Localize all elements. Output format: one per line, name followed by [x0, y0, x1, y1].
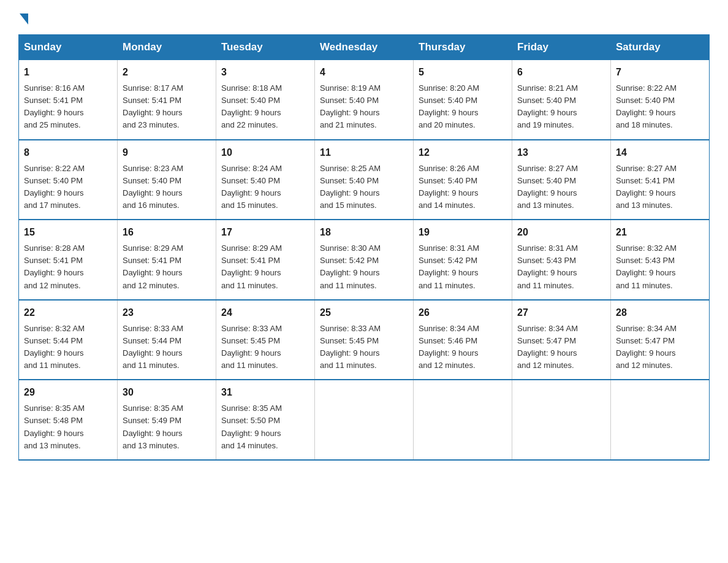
day-info: Sunrise: 8:19 AM Sunset: 5:40 PM Dayligh…: [320, 82, 408, 132]
day-info: Sunrise: 8:18 AM Sunset: 5:40 PM Dayligh…: [221, 82, 309, 132]
day-info: Sunrise: 8:33 AM Sunset: 5:45 PM Dayligh…: [221, 323, 309, 372]
day-cell: 4 Sunrise: 8:19 AM Sunset: 5:40 PM Dayli…: [315, 60, 414, 140]
day-cell: 8 Sunrise: 8:22 AM Sunset: 5:40 PM Dayli…: [19, 140, 118, 220]
day-cell: 21 Sunrise: 8:32 AM Sunset: 5:43 PM Dayl…: [611, 220, 710, 300]
day-cell: 2 Sunrise: 8:17 AM Sunset: 5:41 PM Dayli…: [118, 60, 216, 140]
day-cell: [611, 380, 710, 460]
day-info: Sunrise: 8:31 AM Sunset: 5:43 PM Dayligh…: [517, 242, 605, 292]
day-number: 1: [24, 65, 112, 80]
day-info: Sunrise: 8:23 AM Sunset: 5:40 PM Dayligh…: [123, 163, 211, 212]
day-number: 12: [419, 145, 507, 160]
day-info: Sunrise: 8:34 AM Sunset: 5:46 PM Dayligh…: [419, 323, 507, 372]
day-cell: 25 Sunrise: 8:33 AM Sunset: 5:45 PM Dayl…: [315, 300, 414, 380]
day-info: Sunrise: 8:27 AM Sunset: 5:41 PM Dayligh…: [616, 163, 704, 212]
header-cell-tuesday: Tuesday: [216, 35, 315, 60]
week-row-2: 8 Sunrise: 8:22 AM Sunset: 5:40 PM Dayli…: [19, 140, 710, 220]
day-cell: 24 Sunrise: 8:33 AM Sunset: 5:45 PM Dayl…: [216, 300, 315, 380]
day-number: 30: [123, 385, 211, 400]
day-cell: 9 Sunrise: 8:23 AM Sunset: 5:40 PM Dayli…: [118, 140, 216, 220]
day-info: Sunrise: 8:29 AM Sunset: 5:41 PM Dayligh…: [221, 242, 309, 292]
day-number: 31: [221, 385, 309, 400]
day-number: 11: [320, 145, 408, 160]
week-row-5: 29 Sunrise: 8:35 AM Sunset: 5:48 PM Dayl…: [19, 380, 710, 460]
day-info: Sunrise: 8:33 AM Sunset: 5:45 PM Dayligh…: [320, 323, 408, 372]
day-cell: 29 Sunrise: 8:35 AM Sunset: 5:48 PM Dayl…: [19, 380, 118, 460]
header-cell-thursday: Thursday: [414, 35, 512, 60]
day-info: Sunrise: 8:28 AM Sunset: 5:41 PM Dayligh…: [24, 242, 112, 292]
day-number: 6: [517, 65, 605, 80]
day-info: Sunrise: 8:20 AM Sunset: 5:40 PM Dayligh…: [419, 82, 507, 132]
day-cell: 16 Sunrise: 8:29 AM Sunset: 5:41 PM Dayl…: [118, 220, 216, 300]
day-cell: 6 Sunrise: 8:21 AM Sunset: 5:40 PM Dayli…: [512, 60, 611, 140]
day-cell: 27 Sunrise: 8:34 AM Sunset: 5:47 PM Dayl…: [512, 300, 611, 380]
day-cell: 12 Sunrise: 8:26 AM Sunset: 5:40 PM Dayl…: [414, 140, 512, 220]
day-cell: 20 Sunrise: 8:31 AM Sunset: 5:43 PM Dayl…: [512, 220, 611, 300]
week-row-3: 15 Sunrise: 8:28 AM Sunset: 5:41 PM Dayl…: [19, 220, 710, 300]
day-number: 28: [616, 305, 704, 320]
day-info: Sunrise: 8:17 AM Sunset: 5:41 PM Dayligh…: [123, 82, 211, 132]
day-cell: 26 Sunrise: 8:34 AM Sunset: 5:46 PM Dayl…: [414, 300, 512, 380]
header-cell-saturday: Saturday: [611, 35, 710, 60]
day-number: 10: [221, 145, 309, 160]
week-row-4: 22 Sunrise: 8:32 AM Sunset: 5:44 PM Dayl…: [19, 300, 710, 380]
day-number: 21: [616, 225, 704, 240]
day-info: Sunrise: 8:34 AM Sunset: 5:47 PM Dayligh…: [517, 323, 605, 372]
day-cell: 22 Sunrise: 8:32 AM Sunset: 5:44 PM Dayl…: [19, 300, 118, 380]
day-cell: 7 Sunrise: 8:22 AM Sunset: 5:40 PM Dayli…: [611, 60, 710, 140]
day-cell: [414, 380, 512, 460]
day-info: Sunrise: 8:25 AM Sunset: 5:40 PM Dayligh…: [320, 163, 408, 212]
week-row-1: 1 Sunrise: 8:16 AM Sunset: 5:41 PM Dayli…: [19, 60, 710, 140]
day-cell: 14 Sunrise: 8:27 AM Sunset: 5:41 PM Dayl…: [611, 140, 710, 220]
day-cell: 18 Sunrise: 8:30 AM Sunset: 5:42 PM Dayl…: [315, 220, 414, 300]
day-cell: 17 Sunrise: 8:29 AM Sunset: 5:41 PM Dayl…: [216, 220, 315, 300]
day-number: 27: [517, 305, 605, 320]
day-info: Sunrise: 8:35 AM Sunset: 5:48 PM Dayligh…: [24, 402, 112, 452]
day-number: 19: [419, 225, 507, 240]
day-number: 22: [24, 305, 112, 320]
day-number: 4: [320, 65, 408, 80]
day-number: 9: [123, 145, 211, 160]
calendar-table: SundayMondayTuesdayWednesdayThursdayFrid…: [18, 34, 710, 461]
day-number: 15: [24, 225, 112, 240]
day-info: Sunrise: 8:34 AM Sunset: 5:47 PM Dayligh…: [616, 323, 704, 372]
day-number: 16: [123, 225, 211, 240]
day-cell: 28 Sunrise: 8:34 AM Sunset: 5:47 PM Dayl…: [611, 300, 710, 380]
day-cell: 1 Sunrise: 8:16 AM Sunset: 5:41 PM Dayli…: [19, 60, 118, 140]
day-number: 20: [517, 225, 605, 240]
logo-blue: [18, 12, 28, 23]
day-cell: 19 Sunrise: 8:31 AM Sunset: 5:42 PM Dayl…: [414, 220, 512, 300]
day-cell: 10 Sunrise: 8:24 AM Sunset: 5:40 PM Dayl…: [216, 140, 315, 220]
day-number: 23: [123, 305, 211, 320]
day-number: 8: [24, 145, 112, 160]
day-cell: 5 Sunrise: 8:20 AM Sunset: 5:40 PM Dayli…: [414, 60, 512, 140]
day-info: Sunrise: 8:22 AM Sunset: 5:40 PM Dayligh…: [616, 82, 704, 132]
day-number: 29: [24, 385, 112, 400]
day-number: 2: [123, 65, 211, 80]
day-info: Sunrise: 8:32 AM Sunset: 5:44 PM Dayligh…: [24, 323, 112, 372]
day-info: Sunrise: 8:35 AM Sunset: 5:50 PM Dayligh…: [221, 402, 309, 452]
header-cell-friday: Friday: [512, 35, 611, 60]
day-number: 26: [419, 305, 507, 320]
day-info: Sunrise: 8:24 AM Sunset: 5:40 PM Dayligh…: [221, 163, 309, 212]
day-number: 18: [320, 225, 408, 240]
day-cell: 13 Sunrise: 8:27 AM Sunset: 5:40 PM Dayl…: [512, 140, 611, 220]
header-cell-wednesday: Wednesday: [315, 35, 414, 60]
day-info: Sunrise: 8:35 AM Sunset: 5:49 PM Dayligh…: [123, 402, 211, 452]
logo: [18, 12, 28, 23]
day-info: Sunrise: 8:27 AM Sunset: 5:40 PM Dayligh…: [517, 163, 605, 212]
day-cell: 30 Sunrise: 8:35 AM Sunset: 5:49 PM Dayl…: [118, 380, 216, 460]
day-cell: 31 Sunrise: 8:35 AM Sunset: 5:50 PM Dayl…: [216, 380, 315, 460]
day-info: Sunrise: 8:29 AM Sunset: 5:41 PM Dayligh…: [123, 242, 211, 292]
header-cell-monday: Monday: [118, 35, 216, 60]
day-cell: 11 Sunrise: 8:25 AM Sunset: 5:40 PM Dayl…: [315, 140, 414, 220]
header-cell-sunday: Sunday: [19, 35, 118, 60]
day-cell: 3 Sunrise: 8:18 AM Sunset: 5:40 PM Dayli…: [216, 60, 315, 140]
page-header: [18, 12, 710, 23]
day-cell: [512, 380, 611, 460]
day-info: Sunrise: 8:26 AM Sunset: 5:40 PM Dayligh…: [419, 163, 507, 212]
day-number: 25: [320, 305, 408, 320]
day-number: 13: [517, 145, 605, 160]
day-number: 14: [616, 145, 704, 160]
logo-triangle-icon: [20, 13, 28, 25]
header-row: SundayMondayTuesdayWednesdayThursdayFrid…: [19, 35, 710, 60]
